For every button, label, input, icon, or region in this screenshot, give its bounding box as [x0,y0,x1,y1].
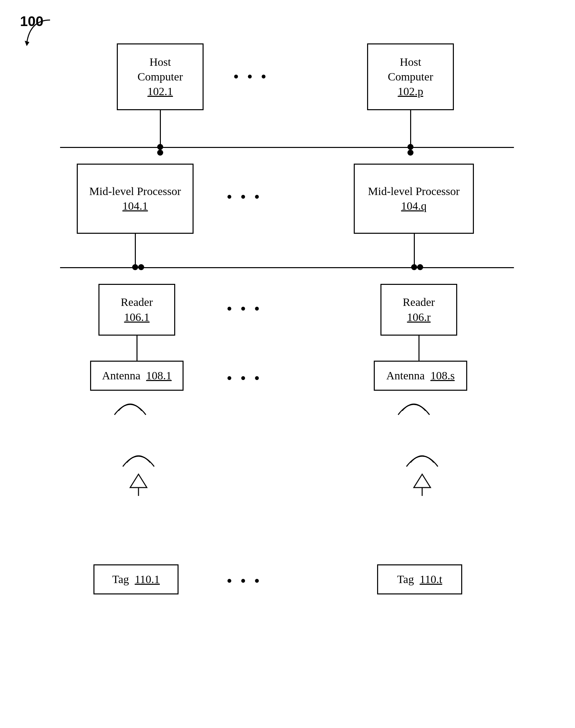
dot-bus1-h1b [157,150,163,156]
mid-ellipsis: • • • [227,189,262,205]
tagt-antenna-symbol [401,444,444,498]
svg-marker-0 [25,41,29,46]
host1-line1: Host [149,55,171,69]
ants-line1: Antenna [386,369,425,382]
vline-reader1-ant1 [136,336,137,361]
host-computer-1: Host Computer 102.1 [117,43,204,110]
ant1-line1: Antenna [102,369,140,382]
tag1-antenna-symbol [117,444,160,498]
antenna-s: Antenna 108.s [374,361,467,391]
tag1-line1: Tag [112,573,129,585]
reader-ellipsis: • • • [227,300,262,317]
dot-bus1-hp [407,144,413,150]
ant1-line2: 108.1 [146,369,172,382]
dot-bus1-h1 [157,144,163,150]
tag-ellipsis: • • • [227,573,262,589]
hostp-line1: Host [400,55,421,69]
mid-processor-1: Mid-level Processor 104.1 [77,164,194,234]
midq-line2: 104.q [401,199,427,213]
tag-1: Tag 110.1 [94,564,178,594]
ants-line2: 108.s [431,369,455,382]
figure-arrow [20,17,60,57]
tag1-line2: 110.1 [135,573,160,585]
vline-hostp-bus [410,110,411,148]
antenna1-arcs [108,391,152,417]
host1-line3: 102.1 [147,84,173,99]
tagt-line1: Tag [397,573,414,585]
reader1-line2: 106.1 [124,310,150,325]
mid1-line1: Mid-level Processor [90,184,181,199]
reader1-line1: Reader [121,295,153,310]
antennas-arcs [392,391,436,417]
svg-marker-1 [130,474,147,487]
vline-host1-bus [160,110,161,148]
readerr-line1: Reader [403,295,435,310]
readerr-line2: 106.r [407,310,431,325]
vline-midq-bus [414,234,415,268]
dot-bus2-mqb [417,264,423,270]
dot-bus2-mqa [411,264,417,270]
svg-marker-3 [414,474,431,487]
reader-1: Reader 106.1 [98,284,175,336]
dot-bus2-m1b [138,264,144,270]
reader-r: Reader 106.r [380,284,457,336]
vline-mid1-bus [135,234,136,268]
mid1-line2: 104.1 [123,199,148,213]
diagram: 100 Host Computer 102.1 Host Computer 10… [0,0,575,728]
hostp-line2: Computer [388,69,433,84]
host1-line2: Computer [137,69,183,84]
dot-bus1-hpb [407,150,413,156]
bus-line-1 [60,147,514,148]
dot-bus2-m1a [132,264,138,270]
bus-line-2 [60,267,514,268]
hostp-line3: 102.p [398,84,424,99]
midq-line1: Mid-level Processor [368,184,460,199]
tagt-line2: 110.t [419,573,442,585]
host-ellipsis: • • • [234,68,269,85]
tag-t: Tag 110.t [377,564,462,594]
host-computer-p: Host Computer 102.p [367,43,454,110]
mid-processor-q: Mid-level Processor 104.q [354,164,474,234]
vline-readerr-ants [418,336,419,361]
antenna-1: Antenna 108.1 [90,361,183,391]
antenna-ellipsis: • • • [227,370,262,386]
